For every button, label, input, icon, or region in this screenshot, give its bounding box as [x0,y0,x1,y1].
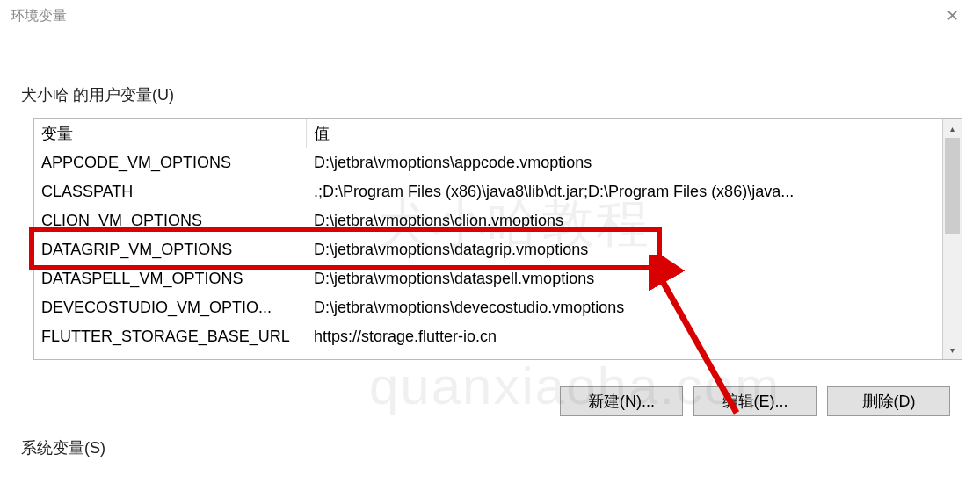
scrollbar[interactable]: ▴ ▾ [942,119,962,359]
var-value: D:\jetbra\vmoptions\datagrip.vmoptions [307,241,962,259]
content-area: 犬小哈 的用户变量(U) 变量 值 APPCODE_VM_OPTIONS D:\… [0,32,980,458]
var-value: https://storage.flutter-io.cn [307,328,962,346]
table-row[interactable]: APPCODE_VM_OPTIONS D:\jetbra\vmoptions\a… [34,148,962,177]
var-name: DEVECOSTUDIO_VM_OPTIO... [34,299,307,317]
var-value: D:\jetbra\vmoptions\clion.vmoptions [307,212,962,230]
var-value: D:\jetbra\vmoptions\appcode.vmoptions [307,154,962,172]
table-row[interactable]: CLION_VM_OPTIONS D:\jetbra\vmoptions\cli… [34,206,962,235]
user-vars-section-title: 犬小哈 的用户变量(U) [21,84,962,105]
scroll-down-icon[interactable]: ▾ [943,340,962,359]
var-value: D:\jetbra\vmoptions\gateway.vmoptions [307,357,962,360]
new-button[interactable]: 新建(N)... [560,386,683,416]
var-value: D:\jetbra\vmoptions\devecostudio.vmoptio… [307,299,962,317]
var-value: D:\jetbra\vmoptions\dataspell.vmoptions [307,270,962,288]
table-body: APPCODE_VM_OPTIONS D:\jetbra\vmoptions\a… [34,148,962,360]
close-icon[interactable]: ✕ [935,3,969,29]
var-name: CLION_VM_OPTIONS [34,212,307,230]
header-name[interactable]: 变量 [34,119,307,148]
user-vars-table: 变量 值 APPCODE_VM_OPTIONS D:\jetbra\vmopti… [33,118,962,360]
header-value[interactable]: 值 [307,119,962,148]
var-name: DATAGRIP_VM_OPTIONS [34,241,307,259]
table-row[interactable]: DEVECOSTUDIO_VM_OPTIO... D:\jetbra\vmopt… [34,293,962,322]
var-name: FLUTTER_STORAGE_BASE_URL [34,328,307,346]
table-row[interactable]: CLASSPATH .;D:\Program Files (x86)\java8… [34,177,962,206]
scroll-up-icon[interactable]: ▴ [943,119,962,138]
window-title: 环境变量 [11,7,67,25]
table-header: 变量 值 [34,119,962,148]
edit-button[interactable]: 编辑(E)... [693,386,817,416]
table-row[interactable]: DATAGRIP_VM_OPTIONS D:\jetbra\vmoptions\… [34,235,962,264]
table-row[interactable]: DATASPELL_VM_OPTIONS D:\jetbra\vmoptions… [34,264,962,293]
var-name: DATASPELL_VM_OPTIONS [34,270,307,288]
scrollbar-thumb[interactable] [945,138,960,234]
delete-button[interactable]: 删除(D) [827,386,950,416]
var-value: .;D:\Program Files (x86)\java8\lib\dt.ja… [307,183,962,201]
table-row[interactable]: GATEWAY_VM_OPTIONS D:\jetbra\vmoptions\g… [34,351,962,360]
var-name: APPCODE_VM_OPTIONS [34,154,307,172]
title-bar: 环境变量 ✕ [0,0,980,32]
user-vars-buttons: 新建(N)... 编辑(E)... 删除(D) [21,386,950,416]
table-row[interactable]: FLUTTER_STORAGE_BASE_URL https://storage… [34,322,962,351]
var-name: GATEWAY_VM_OPTIONS [34,357,307,360]
system-vars-section-title: 系统变量(S) [21,437,962,458]
var-name: CLASSPATH [34,183,307,201]
